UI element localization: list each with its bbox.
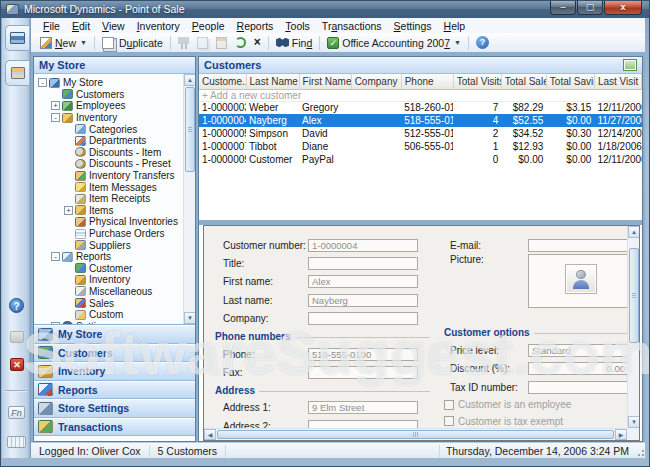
scroll-up-icon[interactable]: ▲ <box>628 226 640 238</box>
new-button[interactable]: New▼ <box>36 36 91 50</box>
tree-item-employees[interactable]: +Employees <box>36 100 182 112</box>
column-header-total-savings[interactable]: Total Savings <box>546 74 594 89</box>
menu-edit[interactable]: Edit <box>66 20 96 32</box>
tree-item-custom[interactable]: Custom <box>36 309 182 321</box>
tree-item-sales[interactable]: Sales <box>36 297 182 309</box>
cell-total-savings[interactable]: $3.15 <box>546 101 594 114</box>
column-header-first-name[interactable]: First Name <box>299 74 351 89</box>
cell-custome[interactable]: 1-0000005 <box>199 127 246 140</box>
column-header-company[interactable]: Company <box>351 74 401 89</box>
cell-total-visits[interactable]: 1 <box>453 140 501 153</box>
cell-company[interactable] <box>351 153 401 166</box>
column-header-last-name[interactable]: Last Name <box>246 74 299 89</box>
field-title[interactable] <box>308 257 418 270</box>
tree-item-categories[interactable]: Categories <box>36 123 182 135</box>
cell-custome[interactable]: 1-0000003 <box>199 101 246 114</box>
cell-company[interactable] <box>351 127 401 140</box>
cell-total-sales[interactable]: $0.00 <box>501 153 546 166</box>
cell-last-visit[interactable]: 1/18/2006... <box>594 140 641 153</box>
picture-placeholder-button[interactable] <box>565 264 597 294</box>
cut-button[interactable] <box>174 36 193 50</box>
paste-button[interactable] <box>212 36 231 50</box>
nav-button-customers[interactable]: Customers <box>34 344 195 363</box>
new-dropdown-icon[interactable]: ▼ <box>80 39 87 46</box>
tree-scrollbar[interactable]: ▲ ▼ <box>183 74 195 324</box>
checkbox-customer-is-employee[interactable] <box>444 400 454 410</box>
office-accounting-button[interactable]: ✓Office Accounting 2007▼ <box>323 36 465 50</box>
expander-plus-icon[interactable]: + <box>51 101 60 110</box>
column-header-total-sales[interactable]: Total Sales <box>501 74 546 89</box>
cell-total-savings[interactable]: $0.00 <box>546 114 594 127</box>
cell-first-name[interactable]: Gregory <box>299 101 351 114</box>
cell-phone[interactable]: 512-555-0152 <box>401 127 453 140</box>
cell-custome[interactable]: 1-0000007 <box>199 140 246 153</box>
tree-item-departments[interactable]: Departments <box>36 135 182 147</box>
menu-people[interactable]: People <box>186 20 231 32</box>
nav-button-inventory[interactable]: Inventory <box>34 362 195 381</box>
add-new-customer-cell[interactable]: Add a new customer <box>199 89 642 101</box>
cell-total-visits[interactable]: 4 <box>453 114 501 127</box>
tree-item-item-messages[interactable]: Item Messages <box>36 181 182 193</box>
cell-last-name[interactable]: Weber <box>246 101 299 114</box>
cell-last-visit[interactable]: 12/11/2006... <box>594 153 641 166</box>
expander-minus-icon[interactable]: - <box>38 78 47 87</box>
cell-phone[interactable]: 518-260-0100 <box>401 101 453 114</box>
help-circle-icon[interactable]: ? <box>9 298 24 313</box>
cell-phone[interactable] <box>401 153 453 166</box>
field-customer-number[interactable]: 1-0000004 <box>308 239 418 252</box>
menu-tools[interactable]: Tools <box>279 20 316 32</box>
cell-total-sales[interactable]: $52.55 <box>501 114 546 127</box>
field-tax-id[interactable] <box>528 381 629 394</box>
form-horizontal-scrollbar[interactable]: ◀ ▶ <box>204 428 627 440</box>
customer-row-1-0000004[interactable]: 1-0000004NaybergAlex518-555-01004$52.55$… <box>199 114 642 127</box>
tree-scroll-thumb[interactable] <box>185 87 195 172</box>
cell-first-name[interactable]: Diane <box>299 140 351 153</box>
refresh-button[interactable] <box>231 36 250 49</box>
expander-minus-icon[interactable]: - <box>51 113 60 122</box>
tree-item-discounts-preset[interactable]: Discounts - Preset <box>36 158 182 170</box>
office-dropdown-icon[interactable]: ▼ <box>454 39 461 46</box>
cell-first-name[interactable]: PayPal <box>299 153 351 166</box>
nav-button-store-settings[interactable]: Store Settings <box>34 399 195 418</box>
scroll-down-icon[interactable]: ▼ <box>628 416 640 428</box>
cell-total-savings[interactable]: $0.00 <box>546 140 594 153</box>
cell-first-name[interactable]: David <box>299 127 351 140</box>
cell-total-sales[interactable]: $34.52 <box>501 127 546 140</box>
scroll-up-icon[interactable]: ▲ <box>184 74 195 86</box>
menu-inventory[interactable]: Inventory <box>131 20 186 32</box>
find-button[interactable]: Find <box>272 36 316 50</box>
nav-button-transactions[interactable]: Transactions <box>34 418 195 437</box>
form-vertical-scrollbar[interactable]: ▲ ▼ <box>627 226 639 428</box>
tree-item-inventory-transfers[interactable]: Inventory Transfers <box>36 170 182 182</box>
tree-item-my-store[interactable]: -My Store <box>36 77 182 89</box>
copy-button[interactable] <box>193 36 212 50</box>
tree-item-items[interactable]: +Items <box>36 205 182 217</box>
cell-custome[interactable]: 1-0000009 <box>199 153 246 166</box>
scroll-right-icon[interactable]: ▶ <box>615 429 627 440</box>
tree-item-item-receipts[interactable]: Item Receipts <box>36 193 182 205</box>
cell-last-visit[interactable]: 11/27/2006 <box>594 114 641 127</box>
cell-first-name[interactable]: Alex <box>299 114 351 127</box>
resize-grip[interactable] <box>635 445 645 457</box>
tree-item-reports[interactable]: -Reports <box>36 251 182 263</box>
minimize-button[interactable]: – <box>550 1 576 15</box>
register-mode-tab[interactable] <box>5 25 29 51</box>
tree-item-discounts-item[interactable]: Discounts - Item <box>36 147 182 159</box>
add-new-customer-row[interactable]: Add a new customer <box>199 89 642 101</box>
cell-total-sales[interactable]: $12.93 <box>501 140 546 153</box>
cell-total-sales[interactable]: $82.29 <box>501 101 546 114</box>
maximize-button[interactable]: ▢ <box>577 1 603 15</box>
tree-item-suppliers[interactable]: Suppliers <box>36 239 182 251</box>
cell-last-visit[interactable]: 12/14/2006... <box>594 127 641 140</box>
menu-settings[interactable]: Settings <box>388 20 438 32</box>
keyboard-icon[interactable] <box>7 436 26 448</box>
cell-company[interactable] <box>351 140 401 153</box>
delete-button[interactable]: × <box>250 36 265 49</box>
menu-reports[interactable]: Reports <box>231 20 280 32</box>
cell-custome[interactable]: 1-0000004 <box>199 114 246 127</box>
scroll-down-icon[interactable]: ▼ <box>184 312 195 324</box>
field-first-name[interactable]: Alex <box>308 275 418 288</box>
column-header-last-visit[interactable]: Last Visit <box>594 74 641 89</box>
help-button[interactable]: ? <box>472 35 493 50</box>
menu-help[interactable]: Help <box>438 20 472 32</box>
